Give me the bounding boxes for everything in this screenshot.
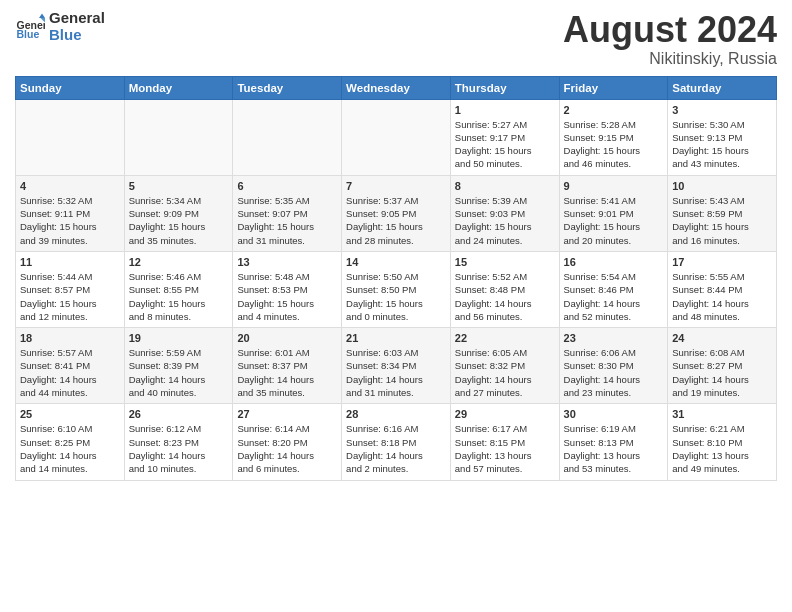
- day-cell: 29Sunrise: 6:17 AM Sunset: 8:15 PM Dayli…: [450, 404, 559, 480]
- title-block: August 2024 Nikitinskiy, Russia: [563, 10, 777, 68]
- day-cell: 17Sunrise: 5:55 AM Sunset: 8:44 PM Dayli…: [668, 251, 777, 327]
- header: General Blue General Blue August 2024 Ni…: [15, 10, 777, 68]
- col-header-friday: Friday: [559, 76, 668, 99]
- day-cell: [124, 99, 233, 175]
- day-cell: 22Sunrise: 6:05 AM Sunset: 8:32 PM Dayli…: [450, 328, 559, 404]
- day-info: Sunrise: 5:46 AM Sunset: 8:55 PM Dayligh…: [129, 270, 229, 323]
- subtitle: Nikitinskiy, Russia: [563, 50, 777, 68]
- day-info: Sunrise: 6:12 AM Sunset: 8:23 PM Dayligh…: [129, 422, 229, 475]
- day-cell: 25Sunrise: 6:10 AM Sunset: 8:25 PM Dayli…: [16, 404, 125, 480]
- day-cell: 16Sunrise: 5:54 AM Sunset: 8:46 PM Dayli…: [559, 251, 668, 327]
- day-info: Sunrise: 5:57 AM Sunset: 8:41 PM Dayligh…: [20, 346, 120, 399]
- day-number: 15: [455, 256, 555, 268]
- day-cell: 15Sunrise: 5:52 AM Sunset: 8:48 PM Dayli…: [450, 251, 559, 327]
- day-info: Sunrise: 5:43 AM Sunset: 8:59 PM Dayligh…: [672, 194, 772, 247]
- day-cell: 18Sunrise: 5:57 AM Sunset: 8:41 PM Dayli…: [16, 328, 125, 404]
- week-row-5: 25Sunrise: 6:10 AM Sunset: 8:25 PM Dayli…: [16, 404, 777, 480]
- day-number: 28: [346, 408, 446, 420]
- logo-text-block: General Blue: [49, 10, 105, 43]
- day-info: Sunrise: 5:27 AM Sunset: 9:17 PM Dayligh…: [455, 118, 555, 171]
- day-cell: 8Sunrise: 5:39 AM Sunset: 9:03 PM Daylig…: [450, 175, 559, 251]
- day-info: Sunrise: 5:52 AM Sunset: 8:48 PM Dayligh…: [455, 270, 555, 323]
- day-info: Sunrise: 6:14 AM Sunset: 8:20 PM Dayligh…: [237, 422, 337, 475]
- day-info: Sunrise: 6:17 AM Sunset: 8:15 PM Dayligh…: [455, 422, 555, 475]
- day-cell: 24Sunrise: 6:08 AM Sunset: 8:27 PM Dayli…: [668, 328, 777, 404]
- day-cell: 12Sunrise: 5:46 AM Sunset: 8:55 PM Dayli…: [124, 251, 233, 327]
- day-info: Sunrise: 6:16 AM Sunset: 8:18 PM Dayligh…: [346, 422, 446, 475]
- day-number: 25: [20, 408, 120, 420]
- day-info: Sunrise: 5:55 AM Sunset: 8:44 PM Dayligh…: [672, 270, 772, 323]
- svg-text:Blue: Blue: [17, 28, 40, 40]
- day-cell: [233, 99, 342, 175]
- day-cell: 2Sunrise: 5:28 AM Sunset: 9:15 PM Daylig…: [559, 99, 668, 175]
- day-number: 16: [564, 256, 664, 268]
- day-info: Sunrise: 6:10 AM Sunset: 8:25 PM Dayligh…: [20, 422, 120, 475]
- day-info: Sunrise: 6:19 AM Sunset: 8:13 PM Dayligh…: [564, 422, 664, 475]
- day-number: 18: [20, 332, 120, 344]
- day-number: 21: [346, 332, 446, 344]
- day-number: 10: [672, 180, 772, 192]
- day-info: Sunrise: 6:01 AM Sunset: 8:37 PM Dayligh…: [237, 346, 337, 399]
- day-number: 23: [564, 332, 664, 344]
- day-number: 3: [672, 104, 772, 116]
- week-row-2: 4Sunrise: 5:32 AM Sunset: 9:11 PM Daylig…: [16, 175, 777, 251]
- day-cell: 4Sunrise: 5:32 AM Sunset: 9:11 PM Daylig…: [16, 175, 125, 251]
- day-number: 17: [672, 256, 772, 268]
- col-header-wednesday: Wednesday: [342, 76, 451, 99]
- day-cell: 3Sunrise: 5:30 AM Sunset: 9:13 PM Daylig…: [668, 99, 777, 175]
- day-cell: 1Sunrise: 5:27 AM Sunset: 9:17 PM Daylig…: [450, 99, 559, 175]
- day-number: 24: [672, 332, 772, 344]
- calendar-table: SundayMondayTuesdayWednesdayThursdayFrid…: [15, 76, 777, 481]
- day-number: 12: [129, 256, 229, 268]
- day-cell: 13Sunrise: 5:48 AM Sunset: 8:53 PM Dayli…: [233, 251, 342, 327]
- day-number: 30: [564, 408, 664, 420]
- day-number: 4: [20, 180, 120, 192]
- day-info: Sunrise: 5:39 AM Sunset: 9:03 PM Dayligh…: [455, 194, 555, 247]
- day-info: Sunrise: 5:32 AM Sunset: 9:11 PM Dayligh…: [20, 194, 120, 247]
- day-cell: 27Sunrise: 6:14 AM Sunset: 8:20 PM Dayli…: [233, 404, 342, 480]
- day-cell: 31Sunrise: 6:21 AM Sunset: 8:10 PM Dayli…: [668, 404, 777, 480]
- day-info: Sunrise: 5:37 AM Sunset: 9:05 PM Dayligh…: [346, 194, 446, 247]
- day-info: Sunrise: 6:06 AM Sunset: 8:30 PM Dayligh…: [564, 346, 664, 399]
- day-number: 31: [672, 408, 772, 420]
- day-cell: [16, 99, 125, 175]
- svg-marker-2: [39, 13, 45, 18]
- day-number: 19: [129, 332, 229, 344]
- day-cell: 21Sunrise: 6:03 AM Sunset: 8:34 PM Dayli…: [342, 328, 451, 404]
- day-info: Sunrise: 5:54 AM Sunset: 8:46 PM Dayligh…: [564, 270, 664, 323]
- day-cell: 23Sunrise: 6:06 AM Sunset: 8:30 PM Dayli…: [559, 328, 668, 404]
- day-number: 2: [564, 104, 664, 116]
- col-header-saturday: Saturday: [668, 76, 777, 99]
- logo-icon: General Blue: [15, 12, 45, 42]
- day-info: Sunrise: 5:44 AM Sunset: 8:57 PM Dayligh…: [20, 270, 120, 323]
- day-number: 5: [129, 180, 229, 192]
- week-row-3: 11Sunrise: 5:44 AM Sunset: 8:57 PM Dayli…: [16, 251, 777, 327]
- col-header-tuesday: Tuesday: [233, 76, 342, 99]
- day-info: Sunrise: 5:35 AM Sunset: 9:07 PM Dayligh…: [237, 194, 337, 247]
- day-info: Sunrise: 5:34 AM Sunset: 9:09 PM Dayligh…: [129, 194, 229, 247]
- page-container: General Blue General Blue August 2024 Ni…: [0, 0, 792, 489]
- day-cell: 19Sunrise: 5:59 AM Sunset: 8:39 PM Dayli…: [124, 328, 233, 404]
- day-cell: 30Sunrise: 6:19 AM Sunset: 8:13 PM Dayli…: [559, 404, 668, 480]
- day-number: 1: [455, 104, 555, 116]
- day-cell: 11Sunrise: 5:44 AM Sunset: 8:57 PM Dayli…: [16, 251, 125, 327]
- day-cell: 5Sunrise: 5:34 AM Sunset: 9:09 PM Daylig…: [124, 175, 233, 251]
- day-cell: 7Sunrise: 5:37 AM Sunset: 9:05 PM Daylig…: [342, 175, 451, 251]
- day-cell: 6Sunrise: 5:35 AM Sunset: 9:07 PM Daylig…: [233, 175, 342, 251]
- day-number: 6: [237, 180, 337, 192]
- day-info: Sunrise: 5:48 AM Sunset: 8:53 PM Dayligh…: [237, 270, 337, 323]
- day-cell: 20Sunrise: 6:01 AM Sunset: 8:37 PM Dayli…: [233, 328, 342, 404]
- day-cell: 10Sunrise: 5:43 AM Sunset: 8:59 PM Dayli…: [668, 175, 777, 251]
- week-row-4: 18Sunrise: 5:57 AM Sunset: 8:41 PM Dayli…: [16, 328, 777, 404]
- day-info: Sunrise: 6:05 AM Sunset: 8:32 PM Dayligh…: [455, 346, 555, 399]
- calendar-header-row: SundayMondayTuesdayWednesdayThursdayFrid…: [16, 76, 777, 99]
- day-number: 27: [237, 408, 337, 420]
- day-number: 13: [237, 256, 337, 268]
- day-info: Sunrise: 6:08 AM Sunset: 8:27 PM Dayligh…: [672, 346, 772, 399]
- month-title: August 2024: [563, 10, 777, 50]
- day-cell: [342, 99, 451, 175]
- day-info: Sunrise: 5:50 AM Sunset: 8:50 PM Dayligh…: [346, 270, 446, 323]
- col-header-sunday: Sunday: [16, 76, 125, 99]
- logo-blue: Blue: [49, 27, 105, 44]
- day-info: Sunrise: 5:28 AM Sunset: 9:15 PM Dayligh…: [564, 118, 664, 171]
